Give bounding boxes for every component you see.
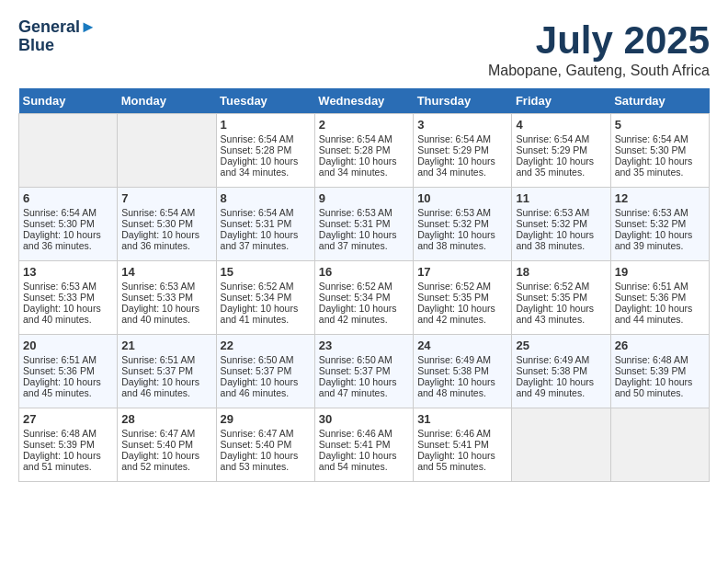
calendar-cell: 18Sunrise: 6:52 AMSunset: 5:35 PMDayligh… bbox=[512, 261, 610, 335]
daylight: Daylight: 10 hours and 36 minutes. bbox=[121, 229, 211, 251]
daylight: Daylight: 10 hours and 38 minutes. bbox=[417, 229, 507, 251]
sunrise: Sunrise: 6:54 AM bbox=[615, 133, 705, 144]
calendar-cell: 14Sunrise: 6:53 AMSunset: 5:33 PMDayligh… bbox=[118, 261, 216, 335]
week-row-1: 1Sunrise: 6:54 AMSunset: 5:28 PMDaylight… bbox=[19, 114, 710, 188]
daylight: Daylight: 10 hours and 39 minutes. bbox=[615, 229, 705, 251]
day-header-wednesday: Wednesday bbox=[314, 88, 413, 114]
sunset: Sunset: 5:41 PM bbox=[319, 439, 409, 450]
daylight: Daylight: 10 hours and 42 minutes. bbox=[417, 303, 507, 325]
calendar-cell: 24Sunrise: 6:49 AMSunset: 5:38 PMDayligh… bbox=[414, 335, 512, 408]
day-header-tuesday: Tuesday bbox=[216, 88, 314, 114]
sunrise: Sunrise: 6:48 AM bbox=[615, 354, 705, 365]
sunrise: Sunrise: 6:47 AM bbox=[221, 428, 311, 439]
daylight: Daylight: 10 hours and 40 minutes. bbox=[121, 303, 211, 325]
sunset: Sunset: 5:33 PM bbox=[121, 292, 211, 303]
month-title: July 2025 bbox=[488, 18, 710, 63]
sunrise: Sunrise: 6:48 AM bbox=[23, 428, 113, 439]
day-number: 16 bbox=[319, 265, 409, 279]
calendar-cell: 27Sunrise: 6:48 AMSunset: 5:39 PMDayligh… bbox=[19, 408, 118, 482]
sunset: Sunset: 5:28 PM bbox=[319, 144, 409, 155]
day-number: 5 bbox=[615, 118, 705, 132]
day-number: 26 bbox=[615, 339, 705, 352]
calendar-cell bbox=[118, 114, 216, 188]
sunset: Sunset: 5:31 PM bbox=[221, 218, 311, 229]
day-number: 4 bbox=[516, 118, 606, 132]
sunset: Sunset: 5:37 PM bbox=[319, 365, 409, 376]
daylight: Daylight: 10 hours and 45 minutes. bbox=[23, 376, 113, 398]
daylight: Daylight: 10 hours and 55 minutes. bbox=[417, 450, 507, 472]
sunset: Sunset: 5:30 PM bbox=[23, 218, 113, 229]
sunrise: Sunrise: 6:53 AM bbox=[319, 207, 409, 218]
week-row-3: 13Sunrise: 6:53 AMSunset: 5:33 PMDayligh… bbox=[19, 261, 710, 335]
day-number: 2 bbox=[319, 118, 409, 132]
daylight: Daylight: 10 hours and 40 minutes. bbox=[23, 303, 113, 325]
sunrise: Sunrise: 6:53 AM bbox=[417, 207, 507, 218]
calendar-cell: 15Sunrise: 6:52 AMSunset: 5:34 PMDayligh… bbox=[216, 261, 314, 335]
day-number: 8 bbox=[221, 191, 311, 205]
week-row-5: 27Sunrise: 6:48 AMSunset: 5:39 PMDayligh… bbox=[19, 408, 710, 482]
calendar-cell: 1Sunrise: 6:54 AMSunset: 5:28 PMDaylight… bbox=[216, 114, 314, 188]
day-number: 27 bbox=[23, 412, 113, 426]
sunset: Sunset: 5:32 PM bbox=[615, 218, 705, 229]
sunset: Sunset: 5:32 PM bbox=[417, 218, 507, 229]
daylight: Daylight: 10 hours and 48 minutes. bbox=[417, 376, 507, 398]
daylight: Daylight: 10 hours and 50 minutes. bbox=[615, 376, 705, 398]
daylight: Daylight: 10 hours and 44 minutes. bbox=[615, 303, 705, 325]
day-number: 21 bbox=[121, 339, 211, 352]
sunrise: Sunrise: 6:54 AM bbox=[417, 133, 507, 144]
calendar-cell: 22Sunrise: 6:50 AMSunset: 5:37 PMDayligh… bbox=[216, 335, 314, 408]
daylight: Daylight: 10 hours and 49 minutes. bbox=[516, 376, 606, 398]
daylight: Daylight: 10 hours and 47 minutes. bbox=[319, 376, 409, 398]
calendar-cell bbox=[512, 408, 610, 482]
sunrise: Sunrise: 6:52 AM bbox=[417, 281, 507, 292]
sunrise: Sunrise: 6:50 AM bbox=[319, 354, 409, 365]
day-number: 28 bbox=[121, 412, 211, 426]
sunrise: Sunrise: 6:54 AM bbox=[121, 207, 211, 218]
calendar-cell: 29Sunrise: 6:47 AMSunset: 5:40 PMDayligh… bbox=[216, 408, 314, 482]
calendar-cell: 26Sunrise: 6:48 AMSunset: 5:39 PMDayligh… bbox=[610, 335, 709, 408]
week-row-2: 6Sunrise: 6:54 AMSunset: 5:30 PMDaylight… bbox=[19, 188, 710, 261]
calendar-cell: 21Sunrise: 6:51 AMSunset: 5:37 PMDayligh… bbox=[118, 335, 216, 408]
logo: General►Blue bbox=[18, 18, 97, 55]
calendar-cell: 7Sunrise: 6:54 AMSunset: 5:30 PMDaylight… bbox=[118, 188, 216, 261]
sunrise: Sunrise: 6:52 AM bbox=[221, 281, 311, 292]
sunrise: Sunrise: 6:53 AM bbox=[615, 207, 705, 218]
sunrise: Sunrise: 6:54 AM bbox=[23, 207, 113, 218]
sunrise: Sunrise: 6:54 AM bbox=[221, 133, 311, 144]
calendar-cell: 3Sunrise: 6:54 AMSunset: 5:29 PMDaylight… bbox=[414, 114, 512, 188]
sunset: Sunset: 5:35 PM bbox=[516, 292, 606, 303]
sunrise: Sunrise: 6:51 AM bbox=[615, 281, 705, 292]
day-number: 6 bbox=[23, 191, 113, 205]
sunrise: Sunrise: 6:52 AM bbox=[516, 281, 606, 292]
calendar-cell: 4Sunrise: 6:54 AMSunset: 5:29 PMDaylight… bbox=[512, 114, 610, 188]
sunset: Sunset: 5:34 PM bbox=[319, 292, 409, 303]
calendar-cell: 28Sunrise: 6:47 AMSunset: 5:40 PMDayligh… bbox=[118, 408, 216, 482]
page-header: General►Blue July 2025 Mabopane, Gauteng… bbox=[18, 18, 710, 79]
day-header-monday: Monday bbox=[118, 88, 216, 114]
sunrise: Sunrise: 6:54 AM bbox=[516, 133, 606, 144]
calendar-cell: 8Sunrise: 6:54 AMSunset: 5:31 PMDaylight… bbox=[216, 188, 314, 261]
sunrise: Sunrise: 6:49 AM bbox=[417, 354, 507, 365]
day-number: 10 bbox=[417, 191, 507, 205]
calendar-cell: 30Sunrise: 6:46 AMSunset: 5:41 PMDayligh… bbox=[314, 408, 413, 482]
sunset: Sunset: 5:31 PM bbox=[319, 218, 409, 229]
calendar-cell: 16Sunrise: 6:52 AMSunset: 5:34 PMDayligh… bbox=[314, 261, 413, 335]
daylight: Daylight: 10 hours and 34 minutes. bbox=[417, 155, 507, 178]
calendar-cell: 20Sunrise: 6:51 AMSunset: 5:36 PMDayligh… bbox=[19, 335, 118, 408]
daylight: Daylight: 10 hours and 35 minutes. bbox=[615, 155, 705, 178]
day-number: 31 bbox=[417, 412, 507, 426]
sunrise: Sunrise: 6:46 AM bbox=[417, 428, 507, 439]
sunrise: Sunrise: 6:51 AM bbox=[121, 354, 211, 365]
daylight: Daylight: 10 hours and 46 minutes. bbox=[121, 376, 211, 398]
day-number: 15 bbox=[221, 265, 311, 279]
sunrise: Sunrise: 6:47 AM bbox=[121, 428, 211, 439]
daylight: Daylight: 10 hours and 37 minutes. bbox=[319, 229, 409, 251]
sunset: Sunset: 5:41 PM bbox=[417, 439, 507, 450]
sunset: Sunset: 5:33 PM bbox=[23, 292, 113, 303]
title-block: July 2025 Mabopane, Gauteng, South Afric… bbox=[488, 18, 710, 79]
week-row-4: 20Sunrise: 6:51 AMSunset: 5:36 PMDayligh… bbox=[19, 335, 710, 408]
sunset: Sunset: 5:40 PM bbox=[221, 439, 311, 450]
calendar-table: SundayMondayTuesdayWednesdayThursdayFrid… bbox=[18, 88, 710, 482]
calendar-cell: 10Sunrise: 6:53 AMSunset: 5:32 PMDayligh… bbox=[414, 188, 512, 261]
daylight: Daylight: 10 hours and 53 minutes. bbox=[221, 450, 311, 472]
